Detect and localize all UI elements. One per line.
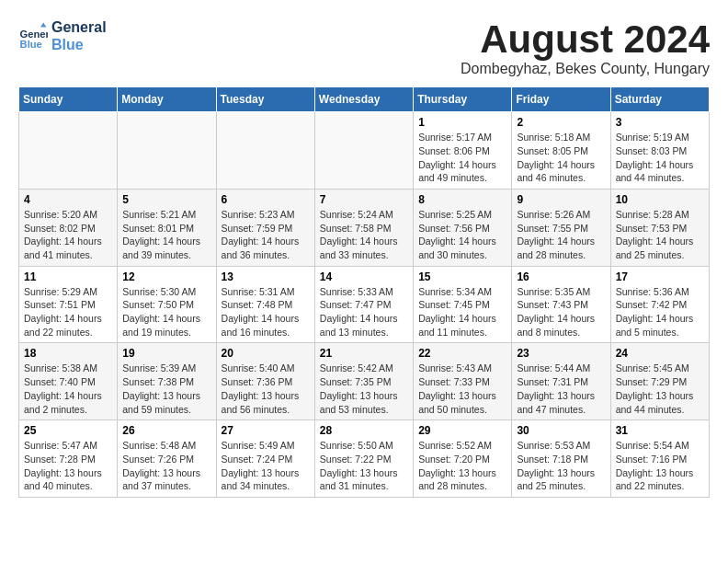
weekday-header-tuesday: Tuesday (216, 87, 314, 112)
day-info: Sunrise: 5:31 AM Sunset: 7:48 PM Dayligh… (222, 285, 310, 339)
day-info: Sunrise: 5:28 AM Sunset: 7:53 PM Dayligh… (616, 208, 704, 262)
day-number: 9 (517, 193, 605, 206)
day-number: 27 (222, 424, 310, 437)
calendar-cell: 24Sunrise: 5:45 AM Sunset: 7:29 PM Dayli… (610, 343, 709, 420)
location-subtitle: Dombegyhaz, Bekes County, Hungary (461, 61, 710, 77)
weekday-header-thursday: Thursday (414, 87, 512, 112)
weekday-header-monday: Monday (118, 87, 216, 112)
calendar-cell: 27Sunrise: 5:49 AM Sunset: 7:24 PM Dayli… (216, 420, 314, 498)
calendar-cell (19, 112, 118, 190)
calendar-cell: 5Sunrise: 5:21 AM Sunset: 8:01 PM Daylig… (118, 189, 216, 266)
day-number: 14 (320, 270, 408, 283)
day-info: Sunrise: 5:53 AM Sunset: 7:18 PM Dayligh… (517, 439, 605, 493)
weekday-header-saturday: Saturday (610, 87, 709, 112)
day-number: 28 (320, 424, 408, 437)
day-number: 24 (616, 347, 704, 360)
calendar-week-5: 25Sunrise: 5:47 AM Sunset: 7:28 PM Dayli… (19, 420, 710, 498)
calendar-cell: 15Sunrise: 5:34 AM Sunset: 7:45 PM Dayli… (414, 266, 512, 343)
day-info: Sunrise: 5:19 AM Sunset: 8:03 PM Dayligh… (616, 131, 704, 185)
day-info: Sunrise: 5:47 AM Sunset: 7:28 PM Dayligh… (24, 439, 112, 493)
calendar-cell: 13Sunrise: 5:31 AM Sunset: 7:48 PM Dayli… (216, 266, 314, 343)
calendar-cell: 11Sunrise: 5:29 AM Sunset: 7:51 PM Dayli… (19, 266, 118, 343)
weekday-header-wednesday: Wednesday (314, 87, 413, 112)
day-number: 17 (616, 270, 704, 283)
calendar-cell (216, 112, 314, 190)
title-block: August 2024 Dombegyhaz, Bekes County, Hu… (461, 18, 710, 77)
weekday-header-row: SundayMondayTuesdayWednesdayThursdayFrid… (19, 87, 710, 112)
day-info: Sunrise: 5:33 AM Sunset: 7:47 PM Dayligh… (320, 285, 408, 339)
day-number: 23 (517, 347, 605, 360)
day-info: Sunrise: 5:42 AM Sunset: 7:35 PM Dayligh… (320, 362, 408, 416)
day-number: 26 (122, 424, 210, 437)
day-number: 15 (418, 270, 506, 283)
calendar-cell: 2Sunrise: 5:18 AM Sunset: 8:05 PM Daylig… (512, 112, 610, 190)
calendar-week-3: 11Sunrise: 5:29 AM Sunset: 7:51 PM Dayli… (19, 266, 710, 343)
day-number: 1 (418, 116, 506, 129)
logo-blue: Blue (51, 36, 107, 53)
day-number: 31 (616, 424, 704, 437)
calendar-cell: 25Sunrise: 5:47 AM Sunset: 7:28 PM Dayli… (19, 420, 118, 498)
calendar-cell: 9Sunrise: 5:26 AM Sunset: 7:55 PM Daylig… (512, 189, 610, 266)
day-info: Sunrise: 5:18 AM Sunset: 8:05 PM Dayligh… (517, 131, 605, 185)
calendar-week-2: 4Sunrise: 5:20 AM Sunset: 8:02 PM Daylig… (19, 189, 710, 266)
weekday-header-sunday: Sunday (19, 87, 118, 112)
page-header: General Blue General Blue August 2024 Do… (18, 18, 710, 77)
day-info: Sunrise: 5:26 AM Sunset: 7:55 PM Dayligh… (517, 208, 605, 262)
day-info: Sunrise: 5:39 AM Sunset: 7:38 PM Dayligh… (122, 362, 210, 416)
calendar-cell: 17Sunrise: 5:36 AM Sunset: 7:42 PM Dayli… (610, 266, 709, 343)
calendar-cell: 16Sunrise: 5:35 AM Sunset: 7:43 PM Dayli… (512, 266, 610, 343)
svg-text:Blue: Blue (20, 39, 42, 50)
day-number: 4 (24, 193, 112, 206)
day-number: 2 (517, 116, 605, 129)
calendar-cell: 12Sunrise: 5:30 AM Sunset: 7:50 PM Dayli… (118, 266, 216, 343)
weekday-header-friday: Friday (512, 87, 610, 112)
day-number: 5 (122, 193, 210, 206)
day-info: Sunrise: 5:24 AM Sunset: 7:58 PM Dayligh… (320, 208, 408, 262)
calendar-cell: 6Sunrise: 5:23 AM Sunset: 7:59 PM Daylig… (216, 189, 314, 266)
day-number: 11 (24, 270, 112, 283)
calendar-cell: 8Sunrise: 5:25 AM Sunset: 7:56 PM Daylig… (414, 189, 512, 266)
day-number: 21 (320, 347, 408, 360)
day-info: Sunrise: 5:49 AM Sunset: 7:24 PM Dayligh… (222, 439, 310, 493)
day-info: Sunrise: 5:52 AM Sunset: 7:20 PM Dayligh… (418, 439, 506, 493)
calendar-cell (118, 112, 216, 190)
day-info: Sunrise: 5:44 AM Sunset: 7:31 PM Dayligh… (517, 362, 605, 416)
day-info: Sunrise: 5:38 AM Sunset: 7:40 PM Dayligh… (24, 362, 112, 416)
day-number: 7 (320, 193, 408, 206)
day-info: Sunrise: 5:35 AM Sunset: 7:43 PM Dayligh… (517, 285, 605, 339)
day-info: Sunrise: 5:54 AM Sunset: 7:16 PM Dayligh… (616, 439, 704, 493)
day-info: Sunrise: 5:20 AM Sunset: 8:02 PM Dayligh… (24, 208, 112, 262)
logo: General Blue General Blue (18, 18, 107, 53)
calendar-cell: 18Sunrise: 5:38 AM Sunset: 7:40 PM Dayli… (19, 343, 118, 420)
calendar-cell: 23Sunrise: 5:44 AM Sunset: 7:31 PM Dayli… (512, 343, 610, 420)
month-year-title: August 2024 (461, 18, 710, 61)
logo-general: General (51, 18, 107, 36)
day-number: 25 (24, 424, 112, 437)
calendar-cell: 30Sunrise: 5:53 AM Sunset: 7:18 PM Dayli… (512, 420, 610, 498)
calendar-cell: 21Sunrise: 5:42 AM Sunset: 7:35 PM Dayli… (314, 343, 413, 420)
calendar-cell: 10Sunrise: 5:28 AM Sunset: 7:53 PM Dayli… (610, 189, 709, 266)
day-info: Sunrise: 5:45 AM Sunset: 7:29 PM Dayligh… (616, 362, 704, 416)
calendar-week-4: 18Sunrise: 5:38 AM Sunset: 7:40 PM Dayli… (19, 343, 710, 420)
day-info: Sunrise: 5:36 AM Sunset: 7:42 PM Dayligh… (616, 285, 704, 339)
day-info: Sunrise: 5:25 AM Sunset: 7:56 PM Dayligh… (418, 208, 506, 262)
day-number: 10 (616, 193, 704, 206)
day-info: Sunrise: 5:43 AM Sunset: 7:33 PM Dayligh… (418, 362, 506, 416)
calendar-cell: 19Sunrise: 5:39 AM Sunset: 7:38 PM Dayli… (118, 343, 216, 420)
calendar-cell: 14Sunrise: 5:33 AM Sunset: 7:47 PM Dayli… (314, 266, 413, 343)
day-info: Sunrise: 5:30 AM Sunset: 7:50 PM Dayligh… (122, 285, 210, 339)
day-number: 20 (222, 347, 310, 360)
day-number: 16 (517, 270, 605, 283)
calendar-cell: 1Sunrise: 5:17 AM Sunset: 8:06 PM Daylig… (414, 112, 512, 190)
day-number: 29 (418, 424, 506, 437)
day-number: 8 (418, 193, 506, 206)
day-number: 30 (517, 424, 605, 437)
calendar-cell: 29Sunrise: 5:52 AM Sunset: 7:20 PM Dayli… (414, 420, 512, 498)
day-info: Sunrise: 5:17 AM Sunset: 8:06 PM Dayligh… (418, 131, 506, 185)
day-info: Sunrise: 5:40 AM Sunset: 7:36 PM Dayligh… (222, 362, 310, 416)
svg-text:General: General (20, 29, 48, 40)
calendar-cell: 31Sunrise: 5:54 AM Sunset: 7:16 PM Dayli… (610, 420, 709, 498)
day-info: Sunrise: 5:50 AM Sunset: 7:22 PM Dayligh… (320, 439, 408, 493)
day-number: 12 (122, 270, 210, 283)
day-number: 22 (418, 347, 506, 360)
